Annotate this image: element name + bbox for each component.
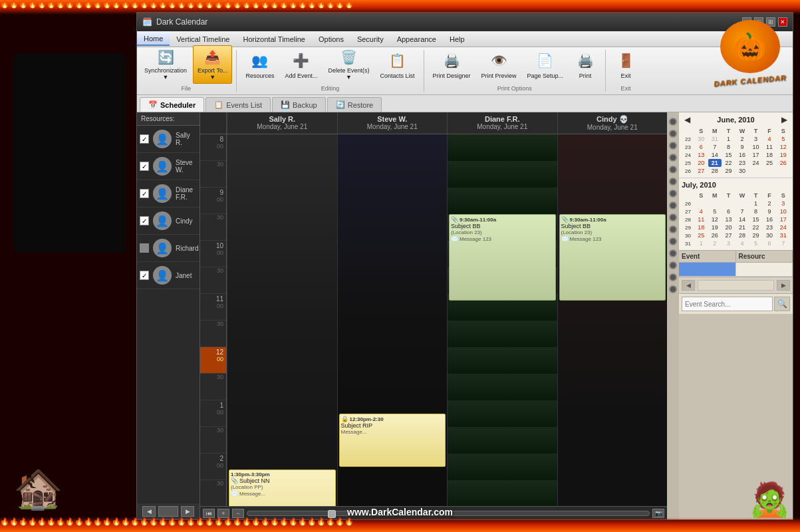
calendar-day[interactable]: 30 <box>735 167 749 175</box>
menu-security[interactable]: Security <box>350 33 390 45</box>
calendar-day[interactable] <box>776 167 790 175</box>
calendar-day[interactable]: 15 <box>722 151 735 159</box>
calendar-day[interactable]: 1 <box>694 239 708 247</box>
calendar-day[interactable]: 30 <box>694 135 708 143</box>
calendar-day[interactable] <box>722 200 735 207</box>
calendar-day[interactable]: 29 <box>749 231 763 239</box>
calendar-day[interactable]: 18 <box>763 151 777 159</box>
calendar-day[interactable]: 28 <box>708 167 722 175</box>
calendar-day[interactable]: 13 <box>694 151 708 159</box>
calendar-day[interactable]: 15 <box>749 215 763 223</box>
event-diane-1[interactable]: 📎 9:30am-11:00a Subject BB (Location 23)… <box>449 214 556 301</box>
page-setup-button[interactable]: 📄 Page Setup... <box>523 45 569 84</box>
calendar-day[interactable]: 6 <box>694 143 708 151</box>
calendar-day[interactable]: 13 <box>722 215 735 223</box>
day-col-diane[interactable]: 📎 9:30am-11:00a Subject BB (Location 23)… <box>447 134 557 506</box>
resources-button[interactable]: 👥 Resources <box>241 45 279 84</box>
scroll-right-btn[interactable]: ▶ <box>181 506 194 517</box>
calendar-day[interactable]: 3 <box>776 200 790 207</box>
calendar-day[interactable]: 10 <box>749 143 763 151</box>
calendar-day[interactable]: 25 <box>763 159 777 167</box>
calendar-day[interactable]: 22 <box>722 159 735 167</box>
calendar-day[interactable]: 24 <box>776 223 790 231</box>
menu-vertical-timeline[interactable]: Vertical Timeline <box>170 33 236 45</box>
calendar-day[interactable]: 11 <box>694 215 708 223</box>
calendar-day[interactable]: 22 <box>749 223 763 231</box>
sidebar-item-janet[interactable]: ✓ 👤 Janet <box>137 262 200 289</box>
calendar-day[interactable]: 7 <box>735 207 749 215</box>
calendar-day[interactable]: 27 <box>722 231 735 239</box>
print-preview-button[interactable]: 👁️ Print Preview <box>477 45 521 84</box>
calendar-day[interactable] <box>694 200 708 207</box>
calendar-day[interactable]: 16 <box>735 151 749 159</box>
calendar-day[interactable]: 2 <box>708 239 722 247</box>
calendar-day[interactable]: 28 <box>735 231 749 239</box>
calendar-day[interactable]: 11 <box>763 143 777 151</box>
janet-checkbox[interactable]: ✓ <box>140 271 149 280</box>
day-col-cindy[interactable]: 📎 9:30am-11:00a Subject BB (Location 23)… <box>557 134 668 506</box>
calendar-day[interactable]: 20 <box>722 223 735 231</box>
print-designer-button[interactable]: 🖨️ Print Designer <box>428 45 475 84</box>
cindy-checkbox[interactable]: ✓ <box>140 216 149 225</box>
menu-appearance[interactable]: Appearance <box>390 33 443 45</box>
calendar-day[interactable]: 9 <box>735 143 749 151</box>
event-search-input[interactable] <box>682 297 773 311</box>
mini-cal-scrollbar[interactable] <box>698 280 774 291</box>
scheduler-body[interactable]: 800 30 900 30 1000 <box>200 134 667 506</box>
calendar-day[interactable]: 27 <box>694 167 708 175</box>
calendar-day[interactable]: 3 <box>722 239 735 247</box>
calendar-day[interactable]: 26 <box>776 159 790 167</box>
calendar-day[interactable]: 4 <box>735 239 749 247</box>
calendar-day[interactable] <box>735 200 749 207</box>
event-sally-1[interactable]: 1:30pm-3:30pm 📎 Subject NN (Location PP)… <box>229 469 336 506</box>
menu-home[interactable]: Home <box>137 33 170 46</box>
calendar-day[interactable] <box>763 167 777 175</box>
cal-prev-btn[interactable]: ◀ <box>682 115 693 124</box>
menu-help[interactable]: Help <box>443 33 471 45</box>
calendar-day[interactable]: 16 <box>763 215 777 223</box>
menu-options[interactable]: Options <box>312 33 350 45</box>
event-search-button[interactable]: 🔍 <box>774 297 790 311</box>
richard-checkbox[interactable] <box>140 243 149 253</box>
calendar-day[interactable]: 29 <box>722 167 735 175</box>
menu-horizontal-timeline[interactable]: Horizontal Timeline <box>236 33 312 45</box>
calendar-day[interactable]: 26 <box>708 231 722 239</box>
scroll-bar[interactable] <box>158 506 178 517</box>
sidebar-item-cindy[interactable]: ✓ 👤 Cindy <box>137 207 200 235</box>
event-cindy-1[interactable]: 📎 9:30am-11:00a Subject BB (Location 23)… <box>559 214 666 301</box>
calendar-day[interactable]: 23 <box>763 223 777 231</box>
calendar-day[interactable]: 2 <box>763 200 777 207</box>
calendar-day[interactable]: 8 <box>722 143 735 151</box>
sidebar-item-diane[interactable]: ✓ 👤 Diane F.R. <box>137 180 200 207</box>
delete-event-button[interactable]: 🗑️ Delete Event(s) ▼ <box>323 45 374 84</box>
sidebar-item-richard[interactable]: 👤 Richard <box>137 235 200 262</box>
mini-cal-scroll-left[interactable]: ◀ <box>682 280 695 291</box>
sync-button[interactable]: 🔄 Synchronization ▼ <box>140 45 192 84</box>
sally-checkbox[interactable]: ✓ <box>140 134 149 144</box>
calendar-day[interactable]: 5 <box>749 239 763 247</box>
diane-checkbox[interactable]: ✓ <box>140 189 149 198</box>
steve-checkbox[interactable]: ✓ <box>140 162 149 171</box>
tab-scheduler[interactable]: 📅 Scheduler <box>140 97 204 112</box>
tab-events-list[interactable]: 📋 Events List <box>205 97 271 112</box>
add-event-button[interactable]: ➕ Add Event... <box>280 45 322 84</box>
mini-cal-scroll-right[interactable]: ▶ <box>777 280 790 291</box>
nav-back-btn[interactable]: ⏮ <box>203 509 215 518</box>
nav-prev-btn[interactable]: + <box>217 509 229 518</box>
calendar-day[interactable]: 9 <box>763 207 777 215</box>
slider-thumb[interactable] <box>328 510 336 518</box>
calendar-day[interactable]: 5 <box>708 207 722 215</box>
export-button[interactable]: 📤 Export To... ▼ <box>193 45 232 84</box>
event-steve-1[interactable]: 🔒 12:30pm-2:30 Subject RIP Message... <box>339 414 446 467</box>
calendar-day[interactable]: 18 <box>694 223 708 231</box>
calendar-day[interactable]: 4 <box>694 207 708 215</box>
day-col-sally[interactable]: 1:30pm-3:30pm 📎 Subject NN (Location PP)… <box>227 134 337 506</box>
nav-next-btn[interactable]: − <box>232 509 244 518</box>
calendar-day[interactable]: 21 <box>735 223 749 231</box>
calendar-day[interactable]: 1 <box>749 200 763 207</box>
calendar-day[interactable]: 19 <box>708 223 722 231</box>
calendar-day[interactable]: 14 <box>735 215 749 223</box>
calendar-day[interactable]: 6 <box>722 207 735 215</box>
calendar-day[interactable]: 7 <box>776 239 790 247</box>
print-button[interactable]: 🖨️ Print <box>569 45 601 84</box>
